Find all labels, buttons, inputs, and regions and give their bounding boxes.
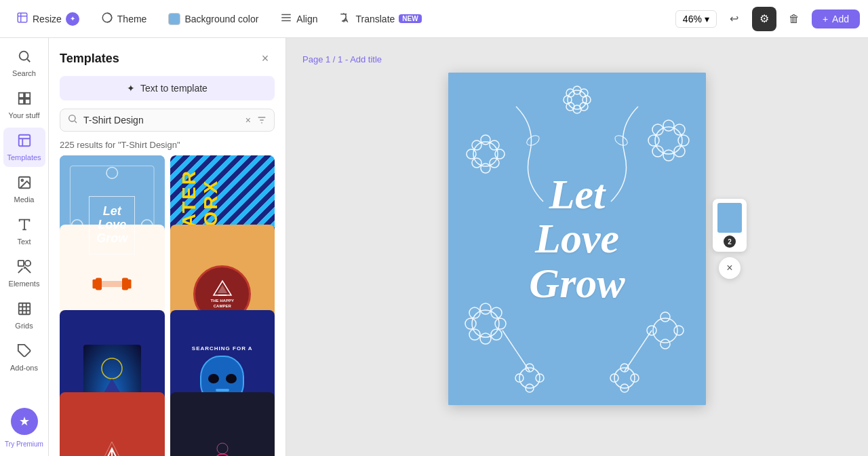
chevron-down-icon: ▾ [705, 14, 709, 24]
settings-button[interactable]: ⚙ [752, 7, 776, 31]
search-icon [17, 49, 32, 66]
svg-rect-0 [18, 13, 27, 22]
templates-panel: Templates × ✦ Text to template × 225 res… [49, 38, 286, 456]
canvas-text-line3: Grow [529, 261, 625, 305]
translate-button[interactable]: Translate NEW [331, 7, 429, 30]
premium-icon: ★ [19, 414, 30, 429]
sidebar-item-media[interactable]: Media [3, 170, 45, 209]
template-card-dark-floral[interactable] [170, 392, 275, 456]
plus-icon: + [823, 14, 828, 24]
media-label: Media [14, 195, 35, 204]
trash-button[interactable]: 🗑 [782, 7, 806, 31]
svg-point-22 [69, 115, 75, 121]
sidebar-item-grids[interactable]: Grids [3, 296, 45, 335]
page-label: Page 1 / 1 - Add title [302, 54, 382, 64]
search-input[interactable] [83, 115, 240, 126]
elements-icon [17, 259, 32, 277]
canvas-text-line2: Love [529, 216, 625, 261]
your-stuff-label: Your stuff [9, 111, 40, 119]
panel-title: Templates [60, 52, 119, 66]
text-to-template-label: Text to template [140, 83, 208, 94]
try-premium-label: Try Premium [5, 440, 43, 448]
try-premium-button[interactable]: ★ [11, 408, 38, 435]
add-title-link[interactable]: Add title [350, 54, 382, 64]
close-float-icon: × [726, 262, 732, 274]
panel-close-button[interactable]: × [256, 49, 275, 68]
svg-line-23 [75, 121, 77, 123]
svg-rect-11 [18, 135, 30, 147]
canvas-area: Page 1 / 1 - Add title [286, 38, 868, 456]
svg-rect-10 [24, 99, 29, 104]
new-badge: NEW [399, 14, 421, 23]
zoom-control[interactable]: 46% ▾ [675, 10, 717, 28]
canvas-container: Let Love Grow 2 × [448, 73, 706, 405]
resize-icon [16, 12, 28, 26]
text-label: Text [17, 238, 31, 246]
svg-point-5 [19, 52, 28, 60]
add-button[interactable]: + Add [812, 10, 860, 28]
gym-icon [92, 267, 132, 313]
sidebar-item-elements[interactable]: Elements [3, 254, 45, 293]
sidebar-item-text[interactable]: Text [3, 212, 45, 251]
templates-sidebar-label: Templates [7, 153, 41, 162]
page-label-text: Page 1 / 1 - [302, 54, 348, 64]
background-color-button[interactable]: Background color [160, 9, 267, 29]
sidebar-item-addons[interactable]: Add-ons [3, 338, 45, 377]
media-icon [17, 175, 32, 193]
canvas-text-line1: Let [529, 172, 625, 216]
theme-button[interactable]: Theme [93, 7, 155, 30]
svg-rect-16 [18, 303, 30, 315]
resize-button[interactable]: Resize ✦ [8, 7, 87, 30]
translate-icon [339, 12, 351, 26]
grids-icon [17, 301, 32, 319]
main-layout: Search Your stuff Templates Media Text [0, 38, 868, 456]
templates-icon [17, 133, 32, 151]
searching-text: SEARCHING FOR A [192, 345, 253, 352]
text-to-template-button[interactable]: ✦ Text to template [60, 76, 275, 100]
search-clear-button[interactable]: × [245, 115, 251, 126]
svg-rect-36 [93, 280, 98, 289]
page-thumbnail [717, 203, 742, 233]
text-icon [17, 217, 32, 235]
results-count: 225 results for "T-Shirt Design" [49, 137, 285, 155]
grids-label: Grids [15, 322, 33, 330]
zoom-level: 46% [683, 14, 702, 24]
page-thumbnail-panel: 2 [713, 199, 747, 252]
sidebar-item-your-stuff[interactable]: Your stuff [3, 86, 45, 125]
svg-rect-7 [18, 93, 23, 98]
canvas-right-panel: 2 × [713, 199, 747, 279]
undo-button[interactable]: ↩ [722, 7, 747, 31]
align-button[interactable]: Align [272, 7, 326, 30]
svg-point-47 [217, 443, 228, 454]
svg-rect-8 [24, 93, 29, 98]
canvas-main-text: Let Love Grow [529, 172, 625, 305]
toolbar: Resize ✦ Theme Background color Align Tr… [0, 0, 868, 38]
panel-header: Templates × [49, 38, 285, 76]
align-icon [280, 12, 292, 26]
background-color-icon [168, 13, 180, 25]
canvas-design[interactable]: Let Love Grow [448, 73, 706, 405]
search-sidebar-label: Search [12, 69, 36, 77]
svg-line-6 [27, 59, 30, 62]
svg-rect-14 [18, 261, 23, 266]
sidebar-item-search[interactable]: Search [3, 43, 45, 83]
svg-rect-37 [126, 280, 132, 289]
settings-icon: ⚙ [760, 12, 769, 25]
addons-label: Add-ons [10, 364, 38, 372]
svg-point-13 [21, 179, 23, 181]
filter-button[interactable] [256, 115, 267, 126]
happy-camper-text: THE HAPPYCAMPER [211, 299, 234, 309]
sidebar-item-templates[interactable]: Templates [3, 128, 45, 167]
canvas-close-button[interactable]: × [719, 257, 741, 279]
template-card-orange[interactable] [60, 392, 165, 456]
svg-rect-9 [18, 99, 23, 104]
svg-point-41 [102, 358, 122, 379]
theme-label: Theme [117, 14, 147, 24]
magic-wand-icon: ✦ [127, 83, 135, 94]
addons-icon [17, 343, 32, 361]
search-bar: × [60, 109, 275, 132]
align-label: Align [296, 14, 317, 24]
your-stuff-icon [17, 91, 32, 109]
trash-icon: 🗑 [789, 13, 800, 25]
add-label: Add [832, 14, 849, 24]
